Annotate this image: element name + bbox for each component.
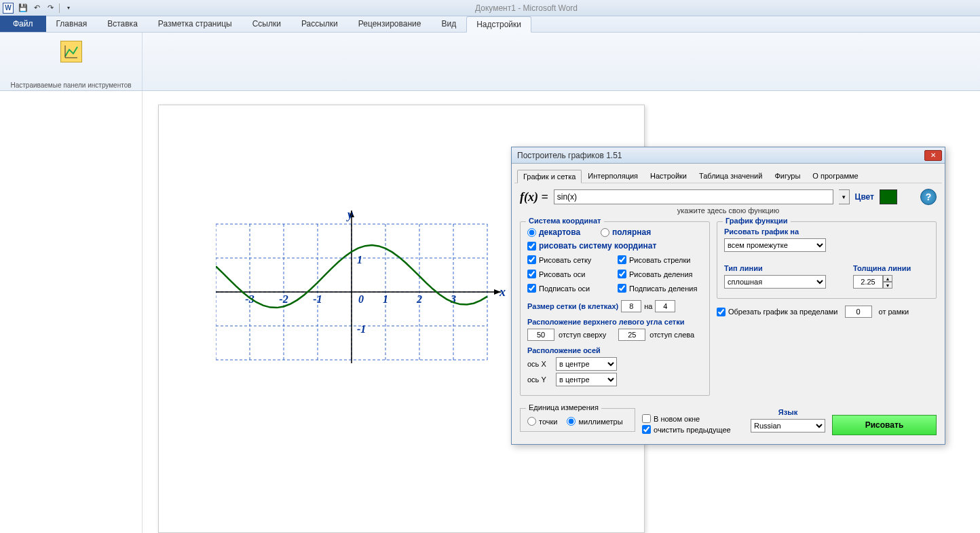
svg-text:y: y [346,210,354,221]
titlebar: W 💾 ↶ ↷ ▾ Документ1 - Microsoft Word [0,0,980,16]
save-icon[interactable]: 💾 [17,2,29,14]
function-graph-fieldset: График функции Рисовать график на всем п… [717,221,937,299]
chart-icon [64,44,79,59]
radio-mm[interactable]: миллиметры [567,417,622,426]
grid-size-label: Размер сетки (в клетках) [527,302,618,310]
draw-on-label: Рисовать график на [724,227,929,236]
dialog-titlebar[interactable]: Построитель графиков 1.51 ✕ [512,147,945,164]
tab-insert[interactable]: Вставка [97,16,148,32]
chk-draw-axes[interactable]: Рисовать оси [527,270,612,278]
top-offset-input[interactable] [527,329,554,341]
fx-label: f(x) = [520,190,548,204]
unit-legend: Единица измерения [526,403,601,411]
undo-icon[interactable]: ↶ [31,2,43,14]
chk-draw-ticks[interactable]: Рисовать деления [618,270,702,278]
grid-width-input[interactable] [621,300,641,312]
chk-clear-previous[interactable]: очистить предыдущее [642,425,744,434]
help-button[interactable]: ? [920,189,937,205]
axis-y-select[interactable]: в центре [556,373,617,386]
chk-label-ticks[interactable]: Подписать деления [618,284,702,293]
svg-text:0: 0 [358,293,364,305]
dialog-tabs: График и сетка Интерполяция Настройки Та… [514,166,942,183]
thickness-input[interactable] [853,275,883,289]
radio-cartesian[interactable]: декартова [527,227,580,237]
tab-references[interactable]: Ссылки [242,16,291,32]
thickness-label: Толщина линии [853,264,911,272]
axes-pos-label: Расположение осей [527,346,702,354]
axis-x-select[interactable]: в центре [556,357,617,371]
unit-fieldset: Единица измерения точки миллиметры [520,408,635,432]
window-title: Документ1 - Microsoft Word [75,3,977,13]
coord-legend: Система координат [526,217,604,225]
svg-text:-1: -1 [357,323,366,335]
left-offset-input[interactable] [618,329,645,341]
ribbon-group-label: Настраиваемые панели инструментов [10,81,131,89]
left-margin [0,91,143,533]
color-picker[interactable] [880,189,897,204]
qa-dropdown-icon[interactable]: ▾ [62,2,75,14]
tab-shapes[interactable]: Фигуры [768,169,806,183]
tab-about[interactable]: О программе [806,169,864,183]
language-select[interactable]: Russian [751,419,825,433]
tab-layout[interactable]: Разметка страницы [148,16,242,32]
spin-down-icon[interactable]: ▼ [883,282,892,289]
svg-text:-2: -2 [279,293,288,305]
svg-text:-1: -1 [313,293,322,305]
function-input[interactable] [554,189,833,204]
tab-value-table[interactable]: Таблица значений [693,169,768,183]
spin-up-icon[interactable]: ▲ [883,275,892,282]
grid-pos-label: Расположение верхнего левого угла сетки [527,318,702,326]
clip-input[interactable] [845,306,872,318]
chk-clip[interactable] [717,308,725,316]
close-button[interactable]: ✕ [924,150,942,161]
radio-polar[interactable]: полярная [601,227,651,237]
graph-builder-button[interactable] [60,41,82,62]
draw-on-select[interactable]: всем промежутке [724,238,826,252]
line-type-label: Тип линии [724,264,826,272]
tab-addins[interactable]: Надстройки [466,16,531,33]
tab-view[interactable]: Вид [431,16,466,32]
func-legend: График функции [723,217,791,225]
word-icon: W [3,3,14,14]
dialog-title: Построитель графиков 1.51 [514,151,924,160]
svg-text:2: 2 [416,293,422,305]
svg-text:1: 1 [383,293,388,305]
function-chart: -3 -2 -1 0 1 2 3 1 -1 x y [216,210,514,375]
function-hint: укажите здесь свою функцию [520,206,937,215]
radio-points[interactable]: точки [527,417,557,426]
ribbon-body: Настраиваемые панели инструментов [0,33,980,91]
grid-height-input[interactable] [655,300,675,312]
tab-interpolation[interactable]: Интерполяция [582,169,644,183]
tab-review[interactable]: Рецензирование [348,16,432,32]
redo-icon[interactable]: ↷ [44,2,56,14]
color-label: Цвет [855,192,874,202]
function-dropdown-icon[interactable]: ▼ [839,189,850,204]
chk-draw-arrows[interactable]: Рисовать стрелки [618,255,702,264]
chk-new-window[interactable]: В новом окне [642,414,744,423]
tab-home[interactable]: Главная [46,16,98,32]
graph-builder-dialog: Построитель графиков 1.51 ✕ График и сет… [511,147,945,445]
tab-file[interactable]: Файл [0,16,46,32]
tab-settings[interactable]: Настройки [644,169,693,183]
tab-mailings[interactable]: Рассылки [291,16,348,32]
coord-system-fieldset: Система координат декартова полярная рис… [520,221,710,396]
line-type-select[interactable]: сплошная [724,275,826,289]
svg-text:1: 1 [357,254,362,265]
ribbon-group-custom-toolbars: Настраиваемые панели инструментов [0,33,143,90]
chk-label-axes[interactable]: Подписать оси [527,284,612,293]
lang-label: Язык [751,408,825,416]
tab-graph-grid[interactable]: График и сетка [517,170,582,183]
draw-button[interactable]: Рисовать [832,415,937,435]
chk-draw-grid[interactable]: Рисовать сетку [527,255,612,264]
ribbon-tabs: Файл Главная Вставка Разметка страницы С… [0,16,980,33]
svg-text:x: x [499,285,506,299]
chk-draw-system[interactable]: рисовать систему координат [527,241,702,251]
